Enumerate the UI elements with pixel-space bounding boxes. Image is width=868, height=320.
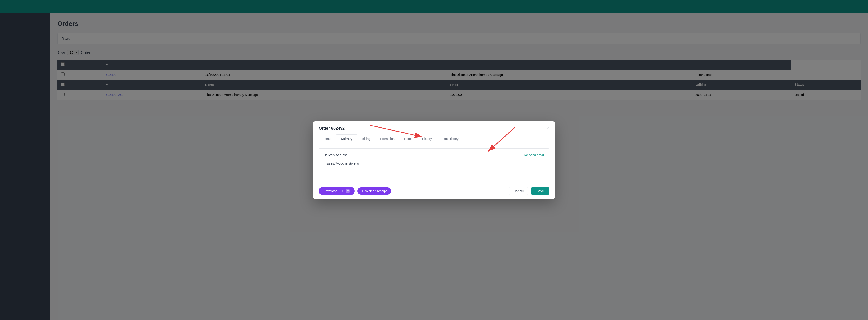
modal-close-button[interactable]: × [547,126,549,130]
tab-items[interactable]: Items [319,135,336,143]
pdf-dropdown-arrow-icon[interactable]: ▼ [346,189,350,193]
download-pdf-button[interactable]: Download PDF ▼ [319,187,355,195]
download-pdf-label: Download PDF [323,189,345,193]
tab-delivery[interactable]: Delivery [336,135,357,143]
tab-history[interactable]: History [417,135,437,143]
modal-overlay: Order 602492 × Items Delivery Billing Pr… [0,0,868,320]
modal-tabs: Items Delivery Billing Promotion Notes H… [313,135,555,143]
download-receipt-button[interactable]: Download receipt [358,187,391,195]
tab-billing[interactable]: Billing [357,135,375,143]
resend-email-link[interactable]: Re-send email [524,153,545,157]
save-button[interactable]: Save [531,187,549,195]
delivery-section: Delivery Address Re-send email [319,148,549,172]
footer-right: Cancel Save [509,187,549,195]
delivery-address-label: Delivery Address [323,153,347,157]
order-modal: Order 602492 × Items Delivery Billing Pr… [313,121,555,199]
modal-title: Order 602492 [319,126,345,131]
cancel-button[interactable]: Cancel [509,187,528,195]
tab-promotion[interactable]: Promotion [375,135,399,143]
footer-left: Download PDF ▼ Download receipt [319,187,391,195]
tab-item-history[interactable]: Item History [437,135,463,143]
tab-notes[interactable]: Notes [399,135,417,143]
delivery-email-input[interactable] [323,159,545,167]
